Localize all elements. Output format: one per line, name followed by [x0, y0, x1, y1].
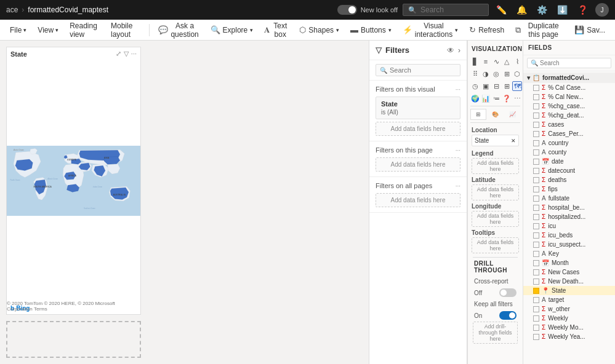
field-checkbox[interactable] [533, 251, 539, 257]
viz-donut[interactable]: ◎ [491, 69, 501, 79]
field-checkbox[interactable] [533, 297, 539, 303]
state-field-item[interactable]: State ✕ [472, 135, 519, 146]
bell-icon[interactable]: 🔔 [514, 4, 529, 16]
field-item[interactable]: Acountry [523, 138, 615, 148]
filter-visual-more[interactable]: ··· [456, 86, 460, 93]
titlebar-search-input[interactable] [420, 6, 482, 14]
field-item[interactable]: Σdeaths [523, 175, 615, 184]
field-item[interactable]: ΣWeekly [523, 314, 615, 323]
titlebar-search[interactable]: 🔍 [403, 4, 489, 16]
menu-buttons[interactable]: ▬ Buttons ▾ [345, 23, 396, 37]
field-checkbox[interactable] [533, 196, 539, 202]
field-checkbox[interactable] [533, 122, 539, 128]
menu-duplicate-page[interactable]: ⧉ Duplicate this page [510, 19, 568, 41]
add-data-page[interactable]: Add data fields here [376, 157, 460, 172]
menu-ask-question[interactable]: 💬 Ask a question [153, 19, 204, 41]
field-checkbox[interactable] [533, 288, 539, 294]
menu-explore[interactable]: 🔍 Explore ▾ [206, 23, 259, 37]
field-checkbox[interactable] [533, 315, 539, 322]
cross-report-toggle[interactable] [499, 288, 517, 297]
viz-bar-chart[interactable]: ▋ [470, 57, 480, 66]
field-item[interactable]: Σdatecount [523, 166, 615, 175]
field-item[interactable]: AKey [523, 249, 615, 258]
longitude-add[interactable]: Add data fields here [472, 211, 519, 227]
field-checkbox[interactable] [533, 269, 539, 275]
filter-search-box[interactable]: 🔍 [376, 64, 460, 76]
field-checkbox[interactable] [533, 103, 539, 109]
viz-scatter[interactable]: ⠿ [470, 69, 480, 79]
viz-slicer[interactable]: ≔ [491, 93, 501, 103]
field-item[interactable]: 📅Month [523, 258, 615, 267]
field-checkbox[interactable] [533, 113, 539, 119]
settings-icon[interactable]: ⚙️ [534, 4, 550, 16]
field-checkbox[interactable] [533, 205, 539, 211]
visual-filter-icon[interactable]: ▽ [124, 50, 129, 58]
viz-map[interactable]: 🗺 [512, 81, 522, 91]
tooltips-add[interactable]: Add data fields here [472, 237, 519, 253]
field-item[interactable]: Σhospitalized... [523, 212, 615, 221]
field-checkbox[interactable] [533, 334, 539, 340]
filter-page-more[interactable]: ··· [456, 147, 460, 154]
field-item[interactable]: Σicu_suspect... [523, 240, 615, 249]
menu-visual-interactions[interactable]: ⚡ Visual interactions ▾ [398, 19, 463, 41]
menu-file[interactable]: File ▾ [5, 23, 31, 37]
add-data-all[interactable]: Add data fields here [376, 193, 460, 207]
field-item[interactable]: Atarget [523, 295, 615, 304]
viz-more[interactable]: ⋯ [512, 93, 522, 103]
filter-all-more[interactable]: ··· [456, 183, 460, 189]
viz-line-chart[interactable]: ∿ [491, 57, 501, 66]
field-checkbox[interactable] [533, 140, 539, 146]
field-item[interactable]: Σw_other [523, 304, 615, 314]
field-item[interactable]: Σ%chg_case... [523, 101, 615, 111]
viz-tab-format[interactable]: 🎨 [488, 109, 504, 120]
viz-ribbon[interactable]: ⌇ [512, 57, 522, 66]
viz-stacked-bar[interactable]: ≡ [481, 57, 491, 66]
filter-expand-icon[interactable]: › [458, 46, 460, 55]
field-item[interactable]: ΣNew Cases [523, 267, 615, 277]
map-visual[interactable]: State ⤢ ▽ ··· [6, 47, 141, 315]
add-data-visual[interactable]: Add data fields here [376, 122, 460, 136]
viz-matrix[interactable]: ⊞ [502, 81, 512, 91]
field-item[interactable]: Σfips [523, 184, 615, 194]
field-item[interactable]: ΣCases_Per... [523, 129, 615, 138]
viz-tab-analytics[interactable]: 📈 [504, 109, 520, 120]
field-item[interactable]: Σhospital_be... [523, 203, 615, 212]
fields-group-header[interactable]: ▾ 📋 formattedCovi... [523, 73, 615, 83]
field-item[interactable]: Σicu [523, 221, 615, 231]
menu-view[interactable]: View ▾ [33, 23, 63, 37]
keep-filters-toggle[interactable] [499, 311, 517, 320]
fields-search-input[interactable] [540, 60, 608, 66]
viz-tab-build[interactable]: ⊞ [470, 109, 486, 120]
field-checkbox[interactable] [533, 232, 539, 239]
menu-save[interactable]: 💾 Sav... [569, 23, 610, 37]
field-checkbox[interactable] [533, 85, 539, 91]
field-checkbox[interactable] [533, 325, 539, 331]
menu-shapes[interactable]: ⬡ Shapes ▾ [294, 23, 344, 37]
field-item[interactable]: Σicu_beds [523, 231, 615, 240]
menu-textbox[interactable]: 𝐀 Text box [259, 19, 293, 41]
filter-eye-icon[interactable]: 👁 [447, 46, 454, 55]
field-checkbox[interactable] [533, 279, 539, 285]
filter-state-card[interactable]: State is (All) [376, 97, 460, 119]
download-icon[interactable]: ⬇️ [555, 4, 570, 16]
field-checkbox[interactable] [533, 260, 539, 266]
field-checkbox[interactable] [533, 168, 539, 174]
field-checkbox[interactable] [533, 149, 539, 156]
field-checkbox[interactable] [533, 306, 539, 312]
visual-more-icon[interactable]: ··· [131, 50, 137, 58]
pencil-icon[interactable]: ✏️ [494, 4, 509, 16]
menu-reading-view[interactable]: Reading view [65, 19, 105, 41]
field-item[interactable]: Afullstate [523, 194, 615, 203]
field-item[interactable]: ΣWeekly Yea... [523, 332, 615, 341]
toggle-pill[interactable] [337, 5, 357, 15]
viz-gauge[interactable]: ◷ [470, 81, 480, 91]
viz-qna[interactable]: ❓ [502, 93, 512, 103]
latitude-add[interactable]: Add data fields here [472, 184, 519, 200]
field-item[interactable]: 📍State [523, 286, 615, 295]
legend-add[interactable]: Add data fields here [472, 158, 519, 174]
viz-funnel[interactable]: ⬡ [512, 69, 522, 79]
field-item[interactable]: ΣNew Death... [523, 277, 615, 286]
field-checkbox[interactable] [533, 94, 539, 100]
visual-focus-icon[interactable]: ⤢ [116, 50, 121, 58]
field-checkbox[interactable] [533, 186, 539, 192]
